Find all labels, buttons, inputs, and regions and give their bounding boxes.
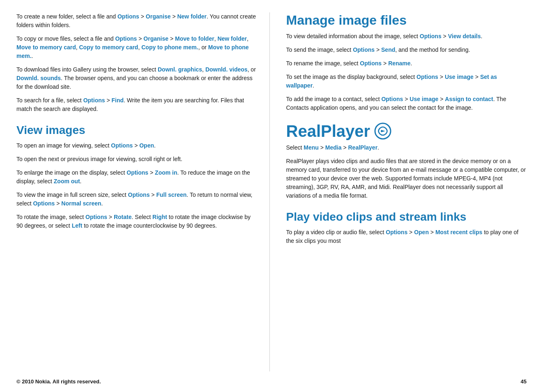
- pv-paragraph-1: To play a video clip or audio file, sele…: [286, 228, 527, 245]
- realplayer-heading: RealPlayer: [286, 122, 527, 140]
- page: To create a new folder, select a file an…: [0, 0, 543, 392]
- options-link-vi1: Options: [111, 142, 133, 149]
- move-to-memory-card-link: Move to memory card: [16, 44, 76, 51]
- full-screen-link: Full screen: [156, 191, 186, 198]
- organise-link-1: Organise: [146, 13, 171, 20]
- find-link: Find: [112, 97, 124, 104]
- rename-link: Rename: [388, 60, 410, 67]
- play-video-heading: Play video clips and stream links: [286, 210, 527, 224]
- options-link-vi3: Options: [127, 169, 148, 176]
- right-column: Manage image files To view detailed info…: [270, 12, 527, 371]
- rotate-link: Rotate: [114, 214, 132, 220]
- vi-paragraph-3: To enlarge the image on the display, sel…: [16, 168, 257, 186]
- copy-to-phone-mem-link: Copy to phone mem.: [141, 44, 198, 51]
- view-images-section: View images To open an image for viewing…: [16, 123, 257, 230]
- right-link: Right: [152, 214, 167, 220]
- vi-paragraph-5: To rotate the image, select Options > Ro…: [16, 213, 257, 230]
- realplayer-title-text: RealPlayer: [286, 122, 370, 140]
- copy-to-memory-card-link: Copy to memory card: [79, 44, 138, 51]
- realplayer-link: RealPlayer: [348, 144, 378, 151]
- left-column: To create a new folder, select a file an…: [16, 12, 270, 371]
- options-link-vi4b: Options: [33, 200, 55, 207]
- send-link: Send: [381, 46, 395, 53]
- options-link-mi3: Options: [360, 60, 382, 67]
- rp-paragraph-2: RealPlayer plays video clips and audio f…: [286, 157, 527, 200]
- copyright-text: © 2010 Nokia. All rights reserved.: [16, 378, 101, 385]
- mi-paragraph-2: To send the image, select Options > Send…: [286, 46, 527, 54]
- realplayer-section: RealPlayer Select Menu > Media > RealPla…: [286, 122, 527, 200]
- normal-screen-link: Normal screen: [61, 200, 101, 207]
- view-details-link: View details: [448, 33, 481, 39]
- play-video-section: Play video clips and stream links To pla…: [286, 210, 527, 245]
- new-folder-link-1: New folder: [177, 13, 207, 20]
- new-folder-link-2: New folder: [217, 35, 247, 42]
- most-recent-clips-link: Most recent clips: [435, 229, 482, 235]
- options-link-mi1: Options: [420, 33, 442, 39]
- options-link-2: Options: [115, 35, 137, 42]
- assign-to-contact-link: Assign to contact: [445, 96, 493, 102]
- options-link-mi4: Options: [416, 74, 438, 80]
- vi-paragraph-4: To view the image in full screen size, s…: [16, 191, 257, 208]
- organise-link-2: Organise: [143, 35, 168, 42]
- options-link-3: Options: [83, 97, 105, 104]
- downld-videos-link: Downld. videos: [205, 66, 248, 73]
- downl-graphics-link: Downl. graphics: [158, 66, 202, 73]
- options-link-1: Options: [117, 13, 139, 20]
- zoom-in-link: Zoom in: [155, 169, 177, 176]
- footer: © 2010 Nokia. All rights reserved. 45: [16, 378, 527, 385]
- realplayer-icon: [374, 122, 391, 140]
- options-link-mi2: Options: [353, 46, 375, 53]
- manage-image-section: Manage image files To view detailed info…: [286, 12, 527, 112]
- options-link-mi5: Options: [381, 96, 403, 102]
- open-link-pv1: Open: [414, 229, 429, 235]
- options-link-pv1: Options: [386, 229, 407, 235]
- move-to-folder-link: Move to folder: [175, 35, 214, 42]
- view-images-heading: View images: [16, 123, 257, 137]
- rp-paragraph-1: Select Menu > Media > RealPlayer.: [286, 143, 527, 152]
- page-number: 45: [521, 378, 527, 385]
- mi-paragraph-3: To rename the image, select Options > Re…: [286, 59, 527, 68]
- vi-paragraph-1: To open an image for viewing, select Opt…: [16, 141, 257, 150]
- manage-image-heading: Manage image files: [286, 12, 527, 28]
- options-link-vi5: Options: [85, 214, 107, 220]
- intro-paragraph-1: To create a new folder, select a file an…: [16, 12, 257, 30]
- use-image-link-mi5: Use image: [410, 96, 438, 102]
- intro-paragraph-2: To copy or move files, select a file and…: [16, 35, 257, 60]
- zoom-out-link: Zoom out: [54, 178, 80, 184]
- mi-paragraph-1: To view detailed information about the i…: [286, 32, 527, 41]
- vi-paragraph-2: To open the next or previous image for v…: [16, 155, 257, 164]
- media-link: Media: [325, 144, 342, 151]
- mi-paragraph-4: To set the image as the display backgrou…: [286, 73, 527, 90]
- intro-paragraph-3: To download files into Gallery using the…: [16, 65, 257, 91]
- options-link-vi4: Options: [128, 191, 150, 198]
- mi-paragraph-5: To add the image to a contact, select Op…: [286, 95, 527, 112]
- intro-paragraph-4: To search for a file, select Options > F…: [16, 96, 257, 113]
- open-link-vi1: Open: [139, 142, 154, 149]
- use-image-link-mi4: Use image: [445, 74, 474, 80]
- downld-sounds-link: Downld. sounds: [16, 75, 61, 81]
- menu-link: Menu: [304, 144, 319, 151]
- left-link: Left: [72, 222, 83, 229]
